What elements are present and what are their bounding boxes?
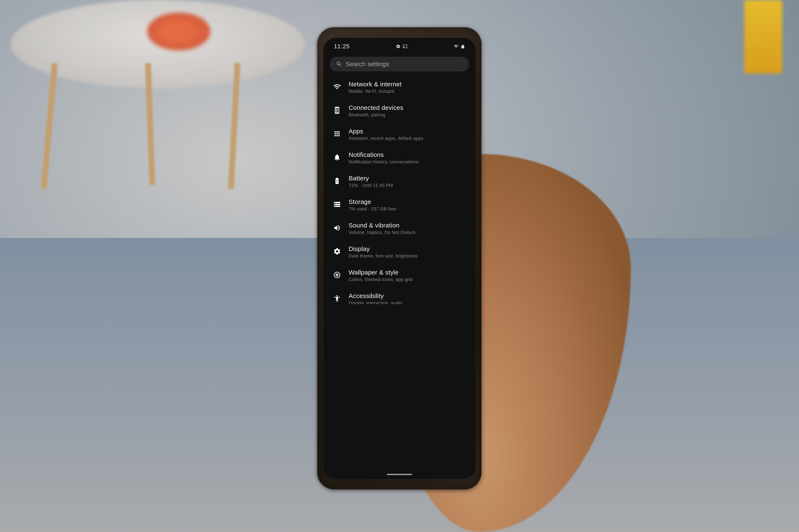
table-object <box>147 13 210 51</box>
display-subtitle: Dark theme, font size, brightness <box>349 253 467 259</box>
network-icon <box>332 81 342 92</box>
storage-subtitle: 7% used · 237 GB free <box>349 206 467 212</box>
wallpaper-title: Wallpaper & style <box>349 269 467 276</box>
accessibility-content: Accessibility Display, interaction, audi… <box>349 292 467 304</box>
connected-subtitle: Bluetooth, pairing <box>349 112 467 118</box>
notifications-content: Notifications Notification history, conv… <box>349 151 467 165</box>
battery-icon <box>332 176 342 186</box>
status-right-icons <box>453 44 465 49</box>
display-title: Display <box>349 245 467 252</box>
status-bar: 11:25 <box>323 38 476 53</box>
sound-icon <box>332 223 342 233</box>
sound-content: Sound & vibration Volume, haptics, Do No… <box>349 222 467 235</box>
wifi-status-icon <box>453 44 459 49</box>
network-subtitle: Mobile, Wi-Fi, hotspot <box>349 89 467 94</box>
notifications-subtitle: Notification history, conversations <box>349 159 467 165</box>
settings-item-battery[interactable]: Battery 72% · Until 11:45 PM <box>323 170 476 193</box>
display-content: Display Dark theme, font size, brightnes… <box>349 245 467 259</box>
settings-item-connected[interactable]: Connected devices Bluetooth, pairing <box>323 99 476 123</box>
sound-subtitle: Volume, haptics, Do Not Disturb <box>349 230 467 235</box>
accessibility-subtitle: Display, interaction, audio <box>349 300 467 304</box>
battery-content: Battery 72% · Until 11:45 PM <box>349 175 467 188</box>
display-icon <box>332 246 342 256</box>
network-content: Network & internet Mobile, Wi-Fi, hotspo… <box>349 81 467 94</box>
storage-icon <box>332 199 342 210</box>
svg-point-0 <box>335 273 339 277</box>
settings-item-storage[interactable]: Storage 7% used · 237 GB free <box>323 193 476 217</box>
yellow-cup <box>744 0 782 74</box>
gear-icon <box>396 44 401 49</box>
search-icon <box>336 61 342 67</box>
nav-indicator <box>387 474 412 475</box>
apps-subtitle: Assistant, recent apps, default apps <box>349 136 467 141</box>
accessibility-title: Accessibility <box>349 292 467 300</box>
connected-content: Connected devices Bluetooth, pairing <box>349 104 467 118</box>
battery-subtitle: 72% · Until 11:45 PM <box>349 183 467 188</box>
notifications-icon <box>332 152 342 163</box>
settings-item-display[interactable]: Display Dark theme, font size, brightnes… <box>323 240 476 264</box>
battery-title: Battery <box>349 175 467 182</box>
sound-title: Sound & vibration <box>349 222 467 229</box>
scene: 11:25 <box>0 0 799 532</box>
notifications-title: Notifications <box>349 151 467 158</box>
wallpaper-icon <box>332 270 342 280</box>
settings-item-accessibility[interactable]: Accessibility Display, interaction, audi… <box>323 287 476 304</box>
network-title: Network & internet <box>349 81 467 88</box>
accessibility-icon <box>332 293 342 304</box>
wallpaper-subtitle: Colors, themed icons, app grid <box>349 277 467 282</box>
volume-down-button[interactable] <box>317 141 318 162</box>
phone-screen: 11:25 <box>323 38 476 479</box>
wallpaper-content: Wallpaper & style Colors, themed icons, … <box>349 269 467 282</box>
phone-body: 11:25 <box>317 27 482 489</box>
volume-up-button[interactable] <box>317 115 318 136</box>
power-button[interactable] <box>481 132 482 157</box>
settings-item-sound[interactable]: Sound & vibration Volume, haptics, Do No… <box>323 217 476 240</box>
apps-content: Apps Assistant, recent apps, default app… <box>349 128 467 141</box>
storage-content: Storage 7% used · 237 GB free <box>349 198 467 212</box>
settings-list: Network & internet Mobile, Wi-Fi, hotspo… <box>323 74 476 306</box>
search-bar[interactable]: Search settings <box>330 57 469 71</box>
status-time: 11:25 <box>334 43 350 50</box>
settings-item-apps[interactable]: Apps Assistant, recent apps, default app… <box>323 123 476 146</box>
settings-item-notifications[interactable]: Notifications Notification history, conv… <box>323 146 476 170</box>
connected-icon <box>332 105 342 115</box>
apps-icon <box>332 129 342 139</box>
apps-title: Apps <box>349 128 467 135</box>
settings-item-wallpaper[interactable]: Wallpaper & style Colors, themed icons, … <box>323 264 476 287</box>
battery-lock-icon <box>460 44 465 49</box>
settings-item-network[interactable]: Network & internet Mobile, Wi-Fi, hotspo… <box>323 76 476 99</box>
connected-title: Connected devices <box>349 104 467 111</box>
search-input[interactable]: Search settings <box>346 60 463 68</box>
storage-title: Storage <box>349 198 467 205</box>
cast-icon <box>403 44 407 49</box>
